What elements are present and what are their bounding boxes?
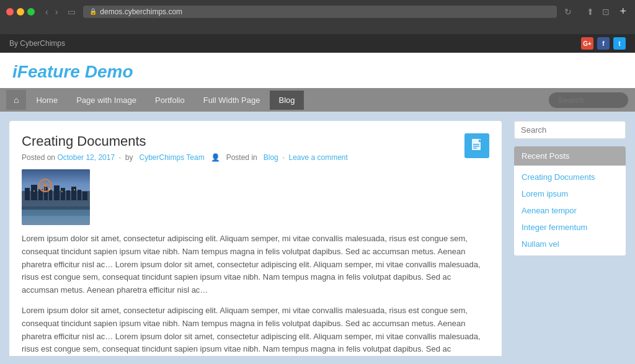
svg-rect-11 [49,190,52,200]
svg-rect-3 [473,148,477,149]
close-button[interactable] [6,8,14,16]
forward-button[interactable]: › [53,6,61,18]
posts-column: Creating Documents Posted on October 12,… [9,121,502,356]
browser-nav: ‹ › [43,6,60,18]
by-label: by [125,153,133,162]
svg-rect-24 [22,210,90,216]
post-comment-link[interactable]: Leave a comment [288,153,347,162]
address-bar[interactable]: 🔒 demos.cyberchimps.com [83,6,557,18]
main-content: Creating Documents Posted on October 12,… [0,112,635,364]
facebook-icon[interactable]: f [597,37,610,50]
browser-actions: ⬆ ⊡ [584,6,612,18]
nav-item-portfolio[interactable]: Portfolio [146,91,193,110]
post-document-icon [464,133,489,158]
post-date-link[interactable]: October 12, 2017 [57,153,115,162]
bookmark-button[interactable]: ⊡ [600,6,612,18]
recent-post-5[interactable]: Nullam vel [514,236,626,252]
svg-point-26 [49,189,50,190]
social-icons: G+ f t [581,37,626,50]
post-category-link[interactable]: Blog [264,153,278,162]
site-header: iFeature Demo [0,53,635,88]
sidebar-search-input[interactable] [514,121,626,139]
post-paragraph-2: Lorem ipsum dolor sit amet, consectetur … [22,304,489,356]
twitter-icon[interactable]: t [613,37,626,50]
svg-rect-10 [44,187,48,200]
site-title: iFeature Demo [12,62,133,81]
brand-label: By CyberChimps [9,39,65,48]
share-button[interactable]: ⬆ [584,6,597,18]
browser-dots [6,8,35,16]
recent-post-2[interactable]: Lorem ipsum [514,185,626,202]
new-tab-button[interactable]: + [617,5,629,18]
window-button[interactable]: ▭ [65,6,78,18]
google-plus-icon[interactable]: G+ [581,37,593,50]
svg-rect-1 [473,144,479,145]
nav-search-input[interactable] [548,92,629,109]
refresh-button[interactable]: ↻ [562,6,574,18]
nav-item-home[interactable]: Home [27,91,66,110]
nav-item-blog[interactable]: Blog [270,91,303,110]
recent-posts-widget: Recent Posts Creating Documents Lorem ip… [514,146,626,255]
post-thumbnail [22,169,90,225]
svg-rect-13 [61,188,65,200]
svg-point-27 [61,191,63,192]
nav-item-page-with-image[interactable]: Page with Image [68,91,145,110]
recent-posts-title: Recent Posts [514,146,626,166]
maximize-button[interactable] [27,8,35,16]
svg-rect-2 [473,146,479,147]
svg-rect-8 [31,185,37,200]
minimize-button[interactable] [17,8,24,16]
post-body: Lorem ipsum dolor sit amet, consectetur … [22,233,489,356]
post-meta: Posted on October 12, 2017 · by CyberChi… [22,153,348,162]
posted-on-label: Posted on [22,153,55,162]
post-author-link[interactable]: CyberChimps Team [140,153,205,162]
svg-rect-15 [71,187,76,200]
recent-post-3[interactable]: Aenean tempor [514,202,626,219]
recent-posts-links: Creating Documents Lorem ipsum Aenean te… [514,166,626,255]
svg-rect-16 [78,190,81,200]
recent-post-1[interactable]: Creating Documents [514,169,626,185]
svg-rect-17 [82,192,87,200]
posted-in-label: Posted in [226,153,257,162]
post-header: Creating Documents Posted on October 12,… [22,133,489,169]
nav-item-full-width-page[interactable]: Full Width Page [195,91,269,110]
browser-chrome: ‹ › ▭ 🔒 demos.cyberchimps.com ↻ ⬆ ⊡ + [0,0,635,34]
svg-point-28 [74,189,75,190]
post-paragraph-1: Lorem ipsum dolor sit amet, consectetur … [22,233,489,297]
sidebar: Recent Posts Creating Documents Lorem ip… [514,121,626,356]
nav-bar: ⌂ Home Page with Image Portfolio Full Wi… [0,88,635,112]
post-card-creating-documents: Creating Documents Posted on October 12,… [9,121,502,356]
post-title-section: Creating Documents Posted on October 12,… [22,133,348,169]
back-button[interactable]: ‹ [43,6,51,18]
svg-point-25 [33,190,35,192]
svg-point-23 [44,184,47,187]
recent-post-4[interactable]: Integer fermentum [514,219,626,236]
svg-rect-7 [25,188,30,200]
svg-rect-12 [54,185,60,200]
url-text: demos.cyberchimps.com [100,7,182,16]
post-title: Creating Documents [22,133,348,149]
lock-icon: 🔒 [89,8,97,15]
nav-home-button[interactable]: ⌂ [6,90,26,110]
svg-rect-14 [66,190,70,200]
top-bar: By CyberChimps G+ f t [0,34,635,53]
